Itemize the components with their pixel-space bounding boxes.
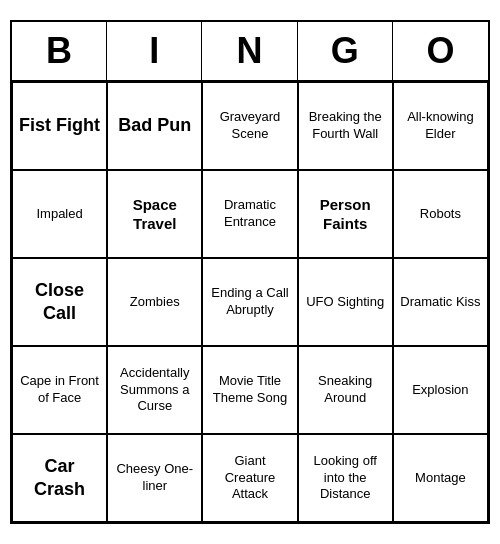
bingo-cell: Sneaking Around xyxy=(298,346,393,434)
bingo-cell: Breaking the Fourth Wall xyxy=(298,82,393,170)
header-letter-n: N xyxy=(202,22,297,80)
bingo-cell: Zombies xyxy=(107,258,202,346)
bingo-cell: Person Faints xyxy=(298,170,393,258)
bingo-header: BINGO xyxy=(12,22,488,82)
bingo-cell: Bad Pun xyxy=(107,82,202,170)
header-letter-b: B xyxy=(12,22,107,80)
header-letter-o: O xyxy=(393,22,488,80)
bingo-cell: Looking off into the Distance xyxy=(298,434,393,522)
bingo-card: BINGO Fist FightBad PunGraveyard SceneBr… xyxy=(10,20,490,524)
bingo-grid: Fist FightBad PunGraveyard SceneBreaking… xyxy=(12,82,488,522)
bingo-cell: Giant Creature Attack xyxy=(202,434,297,522)
bingo-cell: Impaled xyxy=(12,170,107,258)
bingo-cell: Car Crash xyxy=(12,434,107,522)
bingo-cell: Dramatic Kiss xyxy=(393,258,488,346)
bingo-cell: Dramatic Entrance xyxy=(202,170,297,258)
bingo-cell: Space Travel xyxy=(107,170,202,258)
bingo-cell: Cheesy One-liner xyxy=(107,434,202,522)
bingo-cell: Cape in Front of Face xyxy=(12,346,107,434)
bingo-cell: Movie Title Theme Song xyxy=(202,346,297,434)
bingo-cell: Close Call xyxy=(12,258,107,346)
bingo-cell: Montage xyxy=(393,434,488,522)
bingo-cell: Explosion xyxy=(393,346,488,434)
bingo-cell: Ending a Call Abruptly xyxy=(202,258,297,346)
bingo-cell: Accidentally Summons a Curse xyxy=(107,346,202,434)
bingo-cell: Graveyard Scene xyxy=(202,82,297,170)
header-letter-g: G xyxy=(298,22,393,80)
bingo-cell: Robots xyxy=(393,170,488,258)
header-letter-i: I xyxy=(107,22,202,80)
bingo-cell: Fist Fight xyxy=(12,82,107,170)
bingo-cell: All-knowing Elder xyxy=(393,82,488,170)
bingo-cell: UFO Sighting xyxy=(298,258,393,346)
